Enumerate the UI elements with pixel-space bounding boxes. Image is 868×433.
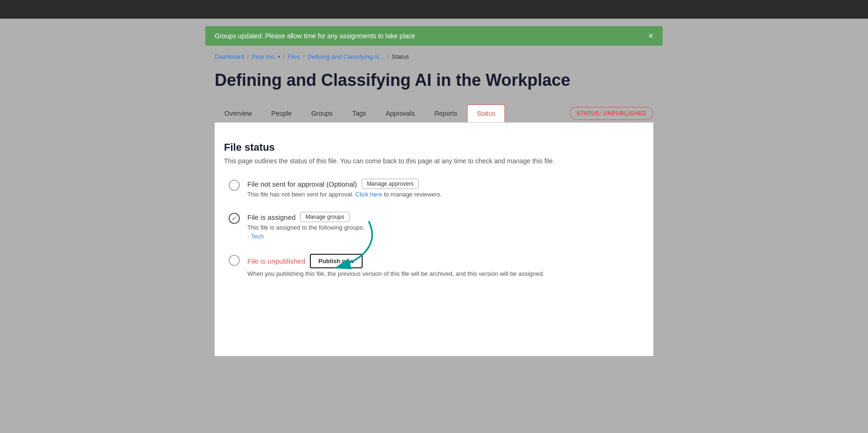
tab-overview[interactable]: Overview: [215, 105, 261, 122]
chevron-down-icon: ▾: [278, 54, 280, 59]
content-wrapper: File status This page outlines the statu…: [215, 123, 653, 356]
notification-banner: Groups updated. Please allow time for an…: [205, 26, 663, 46]
breadcrumb-current: Status: [392, 53, 409, 60]
manage-groups-button[interactable]: Manage groups: [300, 212, 349, 222]
assigned-title: File is assigned: [247, 213, 295, 221]
notification-close-button[interactable]: ×: [648, 32, 653, 40]
unpublished-title: File is unpublished: [247, 257, 305, 265]
approval-sub-suffix: to manage reviewers.: [382, 191, 442, 198]
assigned-sub-text: This file is assigned to the following g…: [247, 224, 364, 231]
status-item-approval: File not sent for approval (Optional) Ma…: [229, 179, 644, 198]
assigned-sub: This file is assigned to the following g…: [247, 224, 644, 231]
unpublished-sub-text: When you publishing this file, the previ…: [247, 270, 545, 277]
status-items: File not sent for approval (Optional) Ma…: [224, 179, 644, 277]
manage-approvers-button[interactable]: Manage approvers: [362, 179, 419, 189]
assigned-content: File is assigned Manage groups This file…: [247, 212, 644, 240]
approval-sub: This file has not been sent for approval…: [247, 191, 644, 198]
tab-status[interactable]: Status: [467, 105, 505, 122]
unpublished-sub: When you publishing this file, the previ…: [247, 270, 644, 277]
main-content: Dashboard / Pear Inc. ▾ / Files / Defini…: [205, 46, 663, 363]
breadcrumb-dashboard[interactable]: Dashboard: [215, 53, 245, 60]
breadcrumb-files[interactable]: Files: [287, 53, 300, 60]
notification-text: Groups updated. Please allow time for an…: [215, 32, 415, 40]
approval-sub-link[interactable]: Click here: [355, 191, 382, 198]
approval-header: File not sent for approval (Optional) Ma…: [247, 179, 644, 189]
unpublished-content: File is unpublished Publish now When you…: [247, 254, 644, 277]
page-title: Defining and Classifying AI in the Workp…: [215, 70, 653, 91]
status-badge: STATUS: UNPUBLISHED: [569, 107, 653, 120]
breadcrumb-sep-4: /: [387, 53, 389, 60]
publish-now-button[interactable]: Publish now: [310, 254, 363, 268]
unpublished-header: File is unpublished Publish now: [247, 254, 644, 268]
content-section: File status This page outlines the statu…: [215, 123, 653, 356]
breadcrumb-sep-2: /: [283, 53, 285, 60]
file-status-description: This page outlines the status of this fi…: [224, 157, 644, 165]
tabs-container: Overview People Groups Tags Approvals Re…: [215, 105, 653, 123]
approval-title: File not sent for approval (Optional): [247, 180, 357, 188]
breadcrumb-file-name[interactable]: Defining and Classifying Al...: [308, 53, 385, 60]
status-item-unpublished: File is unpublished Publish now When you…: [229, 254, 644, 277]
approval-content: File not sent for approval (Optional) Ma…: [247, 179, 644, 198]
assigned-icon-checked: ✓: [229, 213, 240, 224]
tab-approvals[interactable]: Approvals: [376, 105, 424, 122]
breadcrumb-company[interactable]: Pear Inc. ▾: [252, 53, 280, 60]
tab-tags[interactable]: Tags: [343, 105, 376, 122]
tabs: Overview People Groups Tags Approvals Re…: [215, 105, 505, 122]
tab-people[interactable]: People: [261, 105, 301, 122]
breadcrumb-sep-1: /: [247, 53, 249, 60]
status-item-assigned: ✓ File is assigned Manage groups This fi…: [229, 212, 644, 240]
tab-reports[interactable]: Reports: [425, 105, 467, 122]
tab-groups[interactable]: Groups: [301, 105, 343, 122]
groups-list: - Tech: [247, 233, 644, 240]
file-status-title: File status: [224, 141, 644, 154]
breadcrumb-sep-3: /: [303, 53, 305, 60]
approval-sub-prefix: This file has not been sent for approval…: [247, 191, 355, 198]
breadcrumb-company-link[interactable]: Pear Inc.: [252, 53, 276, 60]
top-bar: [0, 0, 868, 19]
breadcrumb: Dashboard / Pear Inc. ▾ / Files / Defini…: [215, 53, 653, 60]
assigned-header: File is assigned Manage groups: [247, 212, 644, 222]
approval-icon-empty: [229, 180, 240, 191]
unpublished-icon-empty: [229, 255, 240, 266]
group-tag: - Tech: [247, 233, 264, 240]
